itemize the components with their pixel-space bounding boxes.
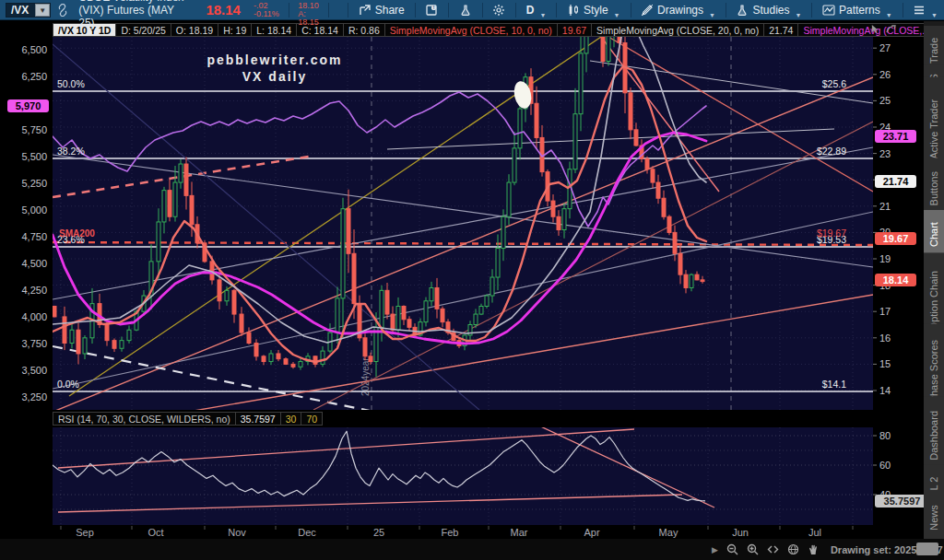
candle-body	[70, 330, 74, 343]
price-bubble-18-14-text: 18.14	[883, 274, 909, 286]
expand-panel-icon[interactable]: ▶	[712, 545, 718, 554]
candle-body	[518, 109, 522, 148]
candle-body	[269, 354, 273, 362]
left-axis-label: 5,500	[21, 151, 47, 162]
globe-icon[interactable]	[787, 543, 799, 555]
symbol-dropdown-icon[interactable]: ▼	[35, 4, 50, 17]
candle-body	[225, 290, 229, 300]
studies-button[interactable]: Studies▼	[729, 0, 808, 20]
candle-body	[232, 290, 236, 314]
candle-body	[678, 253, 682, 274]
candlestick-icon	[567, 4, 580, 17]
candle-body	[120, 341, 124, 349]
fib-price-label: $22.89	[817, 146, 846, 157]
notebook-alert-icon: !	[425, 4, 438, 17]
zoom-out-icon[interactable]	[726, 543, 738, 555]
right-axis-label: 27	[879, 42, 891, 53]
rsi-value-bubble-text: 35.7597	[884, 496, 921, 507]
left-axis-label: 5,250	[21, 178, 47, 189]
rsi-header: RSI (14, 70, 30, CLOSE, WILDERS, no) 35.…	[53, 412, 323, 426]
candle-body	[695, 274, 699, 280]
left-axis-label: 3,750	[21, 338, 47, 349]
candle-body	[607, 35, 610, 62]
sma10-label-cell[interactable]: SimpleMovingAvg (CLOSE, 10, 0, no)	[385, 23, 558, 37]
month-label: Jun	[732, 527, 749, 538]
timeframe-button[interactable]: D▼	[520, 0, 553, 20]
gear-icon	[492, 4, 505, 17]
settings-button[interactable]	[486, 0, 512, 20]
candle-body	[277, 354, 280, 359]
candle-body	[391, 314, 395, 330]
hand-cursor-icon[interactable]	[808, 543, 820, 555]
patterns-button[interactable]: Patterns▼	[816, 0, 899, 20]
candle-body	[562, 209, 566, 230]
symbol-input[interactable]: /VX ▼	[6, 3, 51, 18]
pan-arrows-icon[interactable]	[767, 543, 779, 555]
month-label: Feb	[442, 527, 459, 538]
candle-body	[474, 314, 478, 324]
resize-handle[interactable]	[916, 542, 938, 555]
range-cell: R: 0.86	[344, 23, 385, 37]
sma20-label-cell[interactable]: SimpleMovingAvg (CLOSE, 20, 0, no)	[592, 23, 764, 37]
rsi-axis-label: 60	[879, 460, 891, 471]
candle-body	[557, 216, 560, 229]
rsi-label-cell[interactable]: RSI (14, 70, 30, CLOSE, WILDERS, no)	[53, 412, 236, 426]
candle-body	[651, 169, 655, 182]
spx-price-bubble-text: 5,970	[16, 100, 41, 111]
candle-body	[490, 277, 494, 296]
zoom-in-icon[interactable]	[747, 543, 759, 555]
month-label: Sep	[76, 527, 94, 538]
patterns-wave-icon	[822, 4, 835, 17]
link-icon[interactable]	[56, 4, 69, 17]
candle-body	[662, 198, 666, 216]
sma20-value-cell: 21.74	[764, 23, 798, 37]
candle-body	[347, 209, 350, 254]
left-axis-label: 4,750	[21, 231, 47, 242]
candle-body	[352, 253, 356, 303]
candle-body	[247, 332, 251, 343]
menu-button[interactable]: ▼	[906, 0, 944, 20]
studies-flask-icon	[736, 4, 749, 17]
chart-header-icons	[870, 24, 896, 34]
left-axis-label: 6,250	[21, 71, 47, 82]
month-label: Dec	[298, 527, 316, 538]
degree-tool-icon[interactable]	[886, 24, 896, 34]
style-button[interactable]: Style▼	[560, 0, 627, 20]
candle-body	[656, 182, 660, 198]
candle-body	[284, 359, 288, 365]
analyze-button[interactable]	[453, 0, 478, 20]
candle-body	[551, 201, 555, 216]
sidebar-tab-news[interactable]: News	[924, 496, 944, 540]
candle-body	[396, 306, 400, 330]
right-sidebar: TradeT&SActive TraderButtonsChartOption …	[924, 21, 944, 539]
low-cell: L: 18.14	[252, 23, 297, 37]
candle-body	[507, 182, 511, 216]
left-axis-label: 4,500	[21, 258, 47, 269]
price-bubble-23-71-text: 23.71	[883, 131, 909, 142]
candle-body	[629, 93, 632, 130]
cursor-tool-icon[interactable]	[870, 24, 880, 34]
sidebar-tab-dashboard[interactable]: Dashboard	[924, 397, 944, 473]
rsi-overbought-cell: 70	[301, 412, 323, 426]
fib-pct-label: 50.0%	[57, 78, 85, 89]
top-toolbar: /VX ▼ CBOE Volatility Index (VIX) Future…	[0, 0, 944, 20]
last-price: 18.14	[198, 2, 248, 18]
candle-body	[77, 330, 80, 354]
fib-price-label: $14.1	[822, 379, 846, 390]
thinkorswim-window: { "toolbar": { "symbol": "/VX", "title":…	[0, 0, 944, 560]
candle-body	[385, 290, 389, 314]
right-axis-label: 15	[879, 358, 891, 369]
flask-icon	[459, 4, 472, 17]
left-axis-label: 3,500	[21, 365, 47, 376]
price-chart-canvas[interactable]: 2024year50.0%$25.638.2%$22.8923.6%$19.53…	[0, 0, 944, 560]
candle-body	[173, 182, 177, 216]
drawings-button[interactable]: Drawings▼	[634, 0, 722, 20]
candle-body	[341, 209, 345, 298]
right-axis-label: 23	[879, 148, 891, 159]
alerts-button[interactable]: !	[419, 0, 444, 20]
share-button[interactable]: Share	[352, 0, 411, 20]
sma-magenta-label-cell[interactable]: SimpleMovingAvg (CLOSE,...	[798, 23, 936, 37]
rsi-plot-background[interactable]	[53, 427, 873, 525]
left-axis-label: 5,750	[21, 124, 47, 135]
candle-body	[127, 330, 131, 340]
